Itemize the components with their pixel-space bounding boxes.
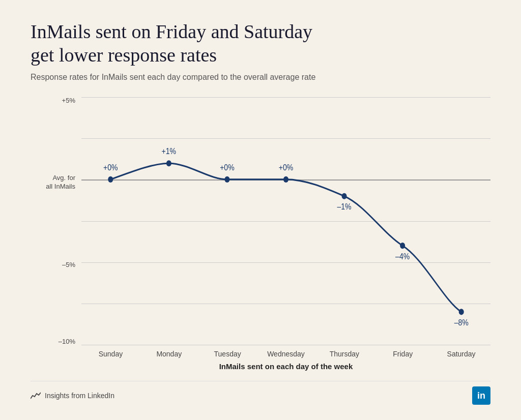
chart-wrapper: +5% Avg. forall InMails –5% –10% bbox=[31, 97, 490, 345]
dot-sunday bbox=[108, 176, 113, 183]
page-subtitle: Response rates for InMails sent each day… bbox=[31, 73, 490, 82]
chart-line bbox=[110, 163, 461, 312]
dot-saturday bbox=[459, 309, 464, 315]
y-label-avg: Avg. forall InMails bbox=[46, 174, 75, 191]
label-wednesday: +0% bbox=[279, 163, 294, 172]
x-label-saturday: Saturday bbox=[432, 350, 490, 358]
page-container: InMails sent on Friday and Saturdayget l… bbox=[0, 0, 521, 420]
x-label-thursday: Thursday bbox=[315, 350, 373, 358]
chart-icon bbox=[31, 392, 41, 400]
y-label-neg5: –5% bbox=[62, 261, 75, 268]
x-label-friday: Friday bbox=[373, 350, 432, 358]
dot-tuesday bbox=[224, 176, 229, 183]
dot-monday bbox=[166, 160, 171, 166]
label-thursday: –1% bbox=[337, 202, 351, 212]
linkedin-logo: in bbox=[472, 386, 490, 405]
chart-svg: .chart-line { fill: none; stroke: #1a3a6… bbox=[81, 97, 490, 345]
x-axis: Sunday Monday Tuesday Wednesday Thursday… bbox=[81, 345, 490, 358]
label-friday: –4% bbox=[395, 252, 410, 261]
insights-text: Insights from LinkedIn bbox=[45, 392, 114, 400]
x-axis-title: InMails sent on each day of the week bbox=[81, 362, 490, 371]
page-title: InMails sent on Friday and Saturdayget l… bbox=[31, 20, 490, 67]
grid-line-bottom bbox=[81, 345, 490, 345]
dot-thursday bbox=[342, 193, 347, 199]
y-label-neg10: –10% bbox=[59, 338, 75, 345]
y-axis: +5% Avg. forall InMails –5% –10% bbox=[31, 97, 81, 345]
footer: Insights from LinkedIn in bbox=[31, 381, 490, 405]
label-sunday: +0% bbox=[103, 163, 118, 172]
x-label-wednesday: Wednesday bbox=[257, 350, 315, 358]
y-label-5: +5% bbox=[62, 97, 75, 104]
label-monday: +1% bbox=[162, 146, 177, 156]
dot-wednesday bbox=[283, 176, 288, 183]
chart-body: .chart-line { fill: none; stroke: #1a3a6… bbox=[81, 97, 490, 345]
dot-friday bbox=[400, 243, 405, 249]
x-label-sunday: Sunday bbox=[81, 350, 140, 358]
insights-label: Insights from LinkedIn bbox=[31, 392, 114, 400]
x-label-tuesday: Tuesday bbox=[198, 350, 257, 358]
label-saturday: –8% bbox=[454, 318, 469, 327]
label-tuesday: +0% bbox=[220, 163, 235, 172]
x-label-monday: Monday bbox=[140, 350, 198, 358]
chart-area: +5% Avg. forall InMails –5% –10% bbox=[31, 97, 490, 376]
